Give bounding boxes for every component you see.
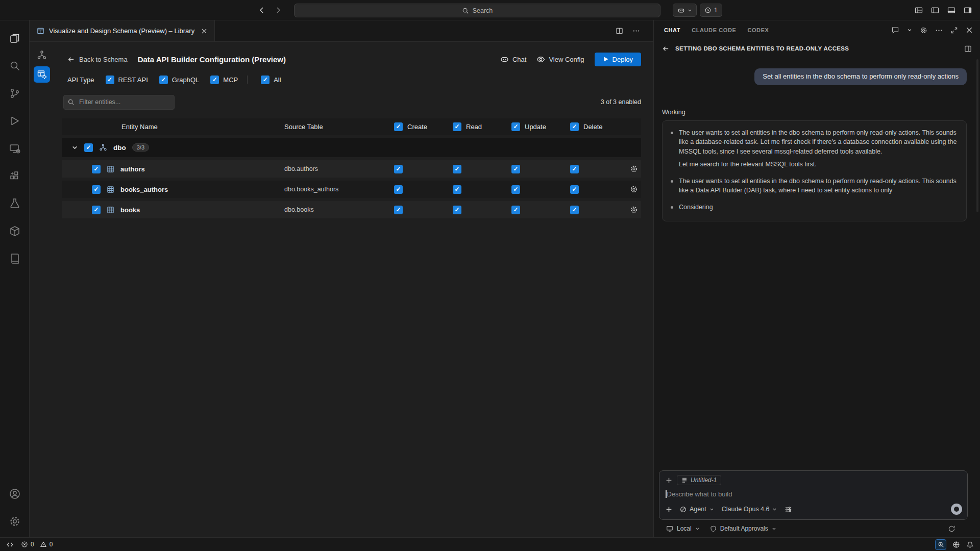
account-icon[interactable]	[0, 480, 30, 508]
read-checkbox[interactable]	[453, 165, 461, 173]
scrollbar-thumb[interactable]	[976, 59, 978, 212]
graphql-checkbox[interactable]	[159, 76, 168, 84]
table-row[interactable]: authors dbo.authors	[62, 160, 641, 178]
settings-gear-icon[interactable]	[0, 508, 30, 535]
chat-button[interactable]: Chat	[500, 55, 526, 64]
create-checkbox[interactable]	[394, 185, 403, 194]
extensions-icon[interactable]	[0, 162, 30, 190]
open-in-editor-icon[interactable]	[964, 45, 972, 53]
toggle-secondary-sidebar-icon[interactable]	[964, 6, 972, 14]
update-all-checkbox[interactable]	[511, 122, 520, 131]
create-checkbox[interactable]	[394, 165, 403, 173]
remote-indicator-icon[interactable]	[6, 541, 14, 548]
problems-indicator[interactable]: 0 0	[21, 541, 53, 548]
api-config-view-icon[interactable]	[34, 66, 50, 83]
chat-input-box[interactable]: Untitled-1 Describe what to build Agent	[659, 470, 968, 520]
copilot-icon	[677, 7, 685, 14]
chevron-down-icon	[695, 527, 700, 531]
filter-entities-input[interactable]	[63, 95, 175, 110]
row-settings-gear-icon[interactable]	[629, 185, 641, 193]
add-context-icon[interactable]	[666, 477, 672, 484]
run-debug-icon[interactable]	[0, 107, 30, 135]
chevron-down-icon[interactable]	[907, 28, 912, 33]
session-count-button[interactable]: 1	[700, 4, 722, 17]
row-select-checkbox[interactable]	[92, 165, 101, 173]
mcp-checkbox[interactable]	[210, 76, 219, 84]
context-chip[interactable]: Untitled-1	[677, 475, 721, 485]
copilot-menu-button[interactable]	[673, 4, 697, 17]
deploy-button[interactable]: Deploy	[595, 53, 641, 66]
editor-area: Visualize and Design Schema (Preview) – …	[30, 20, 653, 537]
tab-visualize-schema[interactable]: Visualize and Design Schema (Preview) – …	[30, 20, 215, 41]
model-picker[interactable]: Claude Opus 4.6	[722, 506, 777, 513]
language-globe-icon[interactable]	[952, 541, 960, 548]
table-row[interactable]: books_authors dbo.books_authors	[62, 181, 641, 198]
remote-explorer-icon[interactable]	[0, 135, 30, 162]
tab-chat[interactable]: CHAT	[664, 27, 680, 33]
create-all-checkbox[interactable]	[394, 122, 403, 131]
tab-claude-code[interactable]: CLAUDE CODE	[692, 27, 736, 33]
back-to-schema-link[interactable]: Back to Schema	[67, 56, 128, 63]
chat-settings-gear-icon[interactable]	[920, 27, 927, 34]
notifications-bell-icon[interactable]	[966, 541, 974, 548]
read-checkbox[interactable]	[453, 206, 461, 214]
approvals-picker[interactable]: Default Approvals	[710, 525, 776, 532]
source-control-icon[interactable]	[0, 80, 30, 107]
explorer-icon[interactable]	[0, 24, 30, 52]
table-grid-icon	[107, 206, 114, 214]
new-chat-icon[interactable]	[891, 26, 899, 34]
sync-icon[interactable]	[948, 525, 955, 533]
back-arrow-icon[interactable]	[258, 6, 266, 14]
environment-picker[interactable]: Local	[666, 525, 700, 532]
table-row[interactable]: books dbo.books	[62, 201, 641, 218]
search-sidebar-icon[interactable]	[0, 52, 30, 80]
testing-beaker-icon[interactable]	[0, 190, 30, 217]
row-select-checkbox[interactable]	[92, 185, 101, 194]
chat-input-placeholder[interactable]: Describe what to build	[667, 490, 732, 498]
all-api-checkbox[interactable]	[261, 76, 270, 84]
row-settings-gear-icon[interactable]	[629, 165, 641, 173]
view-config-button[interactable]: View Config	[536, 55, 584, 64]
rest-api-checkbox[interactable]	[106, 76, 114, 84]
close-panel-icon[interactable]	[966, 27, 973, 34]
read-checkbox[interactable]	[453, 185, 461, 194]
chevron-down-icon[interactable]	[71, 144, 78, 151]
tab-codex[interactable]: CODEX	[747, 27, 769, 33]
schema-group-row[interactable]: dbo 3/3	[62, 138, 641, 157]
row-select-checkbox[interactable]	[92, 206, 101, 214]
schema-designer-view-icon[interactable]	[34, 47, 50, 63]
schema-group-checkbox[interactable]	[84, 143, 93, 152]
package-cube-icon[interactable]	[0, 217, 30, 245]
delete-checkbox[interactable]	[570, 165, 579, 173]
session-back-icon[interactable]	[662, 45, 670, 53]
customize-layout-icon[interactable]	[915, 6, 923, 14]
panel-more-icon[interactable]	[935, 27, 943, 34]
attach-plus-icon[interactable]	[666, 506, 672, 513]
tools-sliders-icon[interactable]	[785, 506, 792, 513]
zoom-in-button[interactable]	[935, 539, 946, 550]
command-search-box[interactable]: Search	[294, 4, 660, 17]
read-all-checkbox[interactable]	[453, 122, 461, 131]
update-checkbox[interactable]	[511, 206, 520, 214]
editor-more-actions-icon[interactable]	[632, 27, 640, 35]
update-checkbox[interactable]	[511, 165, 520, 173]
library-book-icon[interactable]	[0, 245, 30, 272]
create-checkbox[interactable]	[394, 206, 403, 214]
toggle-sidebar-icon[interactable]	[931, 6, 939, 14]
shield-icon	[710, 525, 717, 532]
chevron-down-icon	[709, 507, 714, 512]
agent-mode-picker[interactable]: Agent	[680, 506, 714, 513]
maximize-panel-icon[interactable]	[950, 27, 958, 34]
forward-arrow-icon[interactable]	[274, 6, 282, 14]
send-voice-button[interactable]	[951, 504, 962, 515]
update-checkbox[interactable]	[511, 185, 520, 194]
tab-close-icon[interactable]	[201, 28, 207, 34]
delete-all-checkbox[interactable]	[570, 122, 579, 131]
delete-checkbox[interactable]	[570, 185, 579, 194]
environment-label: Local	[677, 525, 692, 532]
toggle-panel-icon[interactable]	[947, 6, 955, 14]
row-settings-gear-icon[interactable]	[629, 206, 641, 214]
split-editor-icon[interactable]	[616, 27, 623, 35]
col-source-table: Source Table	[284, 123, 394, 131]
delete-checkbox[interactable]	[570, 206, 579, 214]
